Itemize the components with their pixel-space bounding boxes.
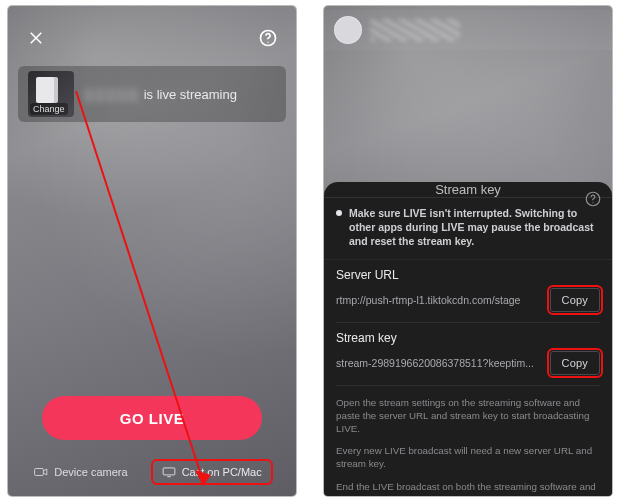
phone-go-live: Change ▒▒▒▒▒ is live streaming GO LIVE D… [8, 6, 296, 496]
top-bar [8, 16, 296, 60]
server-url-label: Server URL [336, 268, 600, 282]
copy-stream-key-button[interactable]: Copy [550, 351, 600, 375]
close-icon[interactable] [22, 24, 50, 52]
source-tabs: Device camera Cast on PC/Mac [8, 462, 296, 482]
avatar[interactable] [334, 16, 362, 44]
cast-label: Cast on PC/Mac [182, 466, 262, 478]
svg-rect-5 [163, 468, 175, 475]
info-text-2: Every new LIVE broadcast will need a new… [336, 444, 600, 470]
help-icon[interactable] [584, 190, 602, 212]
tab-device-camera[interactable]: Device camera [34, 466, 127, 478]
warning-text: Make sure LIVE isn't interrupted. Switch… [349, 206, 600, 249]
username-blurred [370, 19, 460, 41]
svg-rect-4 [35, 469, 44, 476]
svg-point-7 [592, 202, 593, 203]
go-live-button[interactable]: GO LIVE [42, 396, 262, 440]
stream-key-field: Stream key stream-2989196620086378511?ke… [324, 323, 612, 386]
info-footer: Open the stream settings on the streamin… [324, 386, 612, 496]
phone-stream-key: Stream key Make sure LIVE isn't interrup… [324, 6, 612, 496]
info-text-1: Open the stream settings on the streamin… [336, 396, 600, 436]
bullet-icon [336, 210, 342, 216]
stream-key-value: stream-2989196620086378511?keeptim... [336, 357, 540, 369]
sheet-header: Stream key [324, 182, 612, 198]
cover-thumbnail[interactable]: Change [28, 71, 74, 117]
tab-cast-pc-mac[interactable]: Cast on PC/Mac [154, 462, 270, 482]
help-icon[interactable] [254, 24, 282, 52]
stream-key-label: Stream key [336, 331, 600, 345]
svg-point-1 [267, 42, 268, 43]
sheet-title: Stream key [435, 182, 501, 197]
copy-server-url-button[interactable]: Copy [550, 288, 600, 312]
status-suffix: is live streaming [144, 87, 237, 102]
server-url-value: rtmp://push-rtmp-l1.tiktokcdn.com/stage [336, 294, 540, 306]
stream-key-sheet: Stream key Make sure LIVE isn't interrup… [324, 182, 612, 496]
live-header [324, 10, 612, 50]
camera-icon [34, 467, 48, 477]
username-blurred: ▒▒▒▒▒ [84, 87, 140, 102]
change-cover-label: Change [30, 103, 68, 115]
device-camera-label: Device camera [54, 466, 127, 478]
server-url-field: Server URL rtmp://push-rtmp-l1.tiktokcdn… [324, 260, 612, 323]
warning-banner: Make sure LIVE isn't interrupted. Switch… [324, 198, 612, 260]
live-title-text: ▒▒▒▒▒ is live streaming [84, 87, 237, 102]
cast-icon [162, 466, 176, 478]
live-title-banner[interactable]: Change ▒▒▒▒▒ is live streaming [18, 66, 286, 122]
info-text-3: End the LIVE broadcast on both the strea… [336, 480, 600, 496]
go-live-label: GO LIVE [120, 410, 184, 427]
